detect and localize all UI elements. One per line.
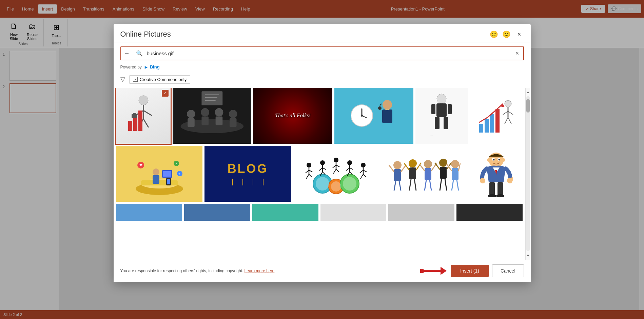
insert-button[interactable]: Insert (1) [451,265,489,277]
insert-arrow-area: Insert (1) [420,264,489,278]
svg-rect-35 [448,104,452,114]
scroll-thumb[interactable] [526,99,530,113]
svg-rect-42 [495,109,500,133]
svg-rect-10 [133,113,136,114]
svg-point-89 [347,160,352,165]
svg-point-44 [505,100,511,107]
svg-line-75 [306,174,309,179]
svg-line-122 [399,181,401,191]
back-button[interactable]: ← [121,47,133,59]
filter-icon[interactable]: ▽ [120,76,125,83]
svg-point-17 [215,108,223,116]
svg-rect-9 [132,114,137,118]
image-item-11[interactable] [470,146,523,202]
dialog-close-button[interactable]: × [515,29,524,39]
search-clear-button[interactable]: × [511,47,523,60]
creative-commons-filter[interactable]: ✓ Creative Commons only [129,75,191,84]
bing-logo: Bing [150,64,160,69]
svg-rect-21 [201,91,222,105]
powered-by-text: Powered by [120,65,142,69]
svg-line-129 [452,180,453,191]
svg-point-68 [316,177,329,191]
clock-svg [350,104,374,127]
svg-rect-33 [436,103,447,117]
svg-line-98 [363,170,367,172]
svg-line-91 [346,168,350,171]
svg-point-95 [361,163,366,167]
image-item-6[interactable] [470,88,523,144]
svg-line-47 [508,111,513,115]
svg-rect-102 [394,169,401,181]
svg-line-74 [309,170,312,172]
svg-rect-14 [188,118,195,127]
search-icon: 🔍 [133,47,145,59]
filter-bar: ▽ ✓ Creative Commons only [114,73,531,88]
svg-rect-20 [229,118,236,127]
svg-line-46 [503,111,508,115]
strip-4[interactable] [320,204,387,221]
business-man-svg [123,94,164,138]
svg-line-73 [306,170,309,173]
dialog-header-actions: 🙂 🙁 × [490,29,524,39]
svg-rect-16 [201,116,209,125]
strip-6[interactable] [456,204,523,221]
cancel-button[interactable]: Cancel [492,264,524,277]
svg-line-128 [445,179,447,191]
svg-point-15 [201,108,209,116]
svg-line-48 [505,117,508,124]
insert-arrow-svg [420,264,447,278]
dialog-overlay: Online Pictures 🙂 🙁 × ← 🔍 × Powered by ►… [0,0,644,319]
svg-text:+: + [178,172,180,176]
dialog-scrollbar[interactable]: ▲ ▼ [525,88,531,260]
svg-rect-40 [485,119,489,133]
image-item-7[interactable]: ❤ ✓ + [116,146,203,202]
positive-feedback-icon[interactable]: 🙂 [490,30,498,38]
svg-point-13 [187,109,195,118]
svg-line-85 [333,165,336,168]
image-item-9[interactable] [293,146,379,202]
search-input[interactable] [145,48,511,59]
svg-line-108 [416,163,421,170]
scroll-down-button[interactable]: ▼ [525,252,531,259]
image-item-4[interactable] [334,88,413,144]
strip-5[interactable] [388,204,454,221]
svg-rect-6 [128,121,132,131]
search-area: ← 🔍 × [114,42,531,63]
svg-line-130 [457,180,458,191]
arrow-decoration [420,264,447,278]
image-item-3[interactable]: That's all Folks! [253,88,332,144]
strip-1[interactable] [116,204,182,221]
svg-line-100 [363,174,366,177]
negative-feedback-icon[interactable]: 🙁 [502,30,511,38]
looney-text: That's all Folks! [275,113,311,119]
image-item-5[interactable]: ... [415,88,468,144]
svg-point-31 [378,106,382,110]
scroll-track [526,96,530,251]
strip-3[interactable] [252,204,318,221]
powered-by-area: Powered by ► Bing [114,63,531,73]
scroll-up-button[interactable]: ▲ [525,88,531,95]
svg-rect-41 [490,114,494,133]
svg-point-109 [424,160,432,168]
svg-line-104 [401,165,406,172]
svg-text:❤: ❤ [139,163,142,167]
blog-text: BLOG [228,162,268,176]
svg-rect-37 [444,117,448,129]
svg-rect-106 [409,167,416,179]
image-item-8[interactable]: BLOG [204,146,291,202]
learn-more-link[interactable]: Learn more here [245,268,275,273]
image-item-10[interactable] [382,146,468,202]
svg-point-136 [487,158,490,162]
svg-rect-114 [440,167,447,179]
svg-rect-110 [425,168,431,180]
svg-line-127 [440,179,442,191]
online-pictures-dialog: Online Pictures 🙂 🙁 × ← 🔍 × Powered by ►… [114,24,531,282]
image-item-2[interactable] [173,88,252,144]
svg-line-92 [350,168,353,170]
svg-line-115 [435,163,440,170]
strip-2[interactable] [184,204,250,221]
creative-commons-checkbox[interactable]: ✓ [133,77,138,82]
svg-line-49 [508,117,511,124]
svg-point-77 [320,160,325,165]
image-item-1[interactable]: ✓ [116,88,171,144]
